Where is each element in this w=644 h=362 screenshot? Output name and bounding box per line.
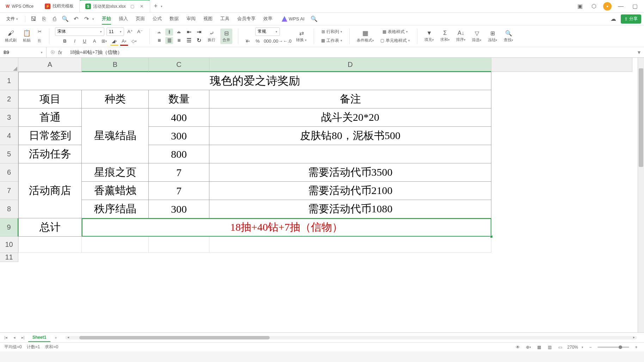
fx-icon[interactable]: fx — [58, 50, 62, 55]
cond-format-button[interactable]: ▦ 条件格式▾ — [355, 29, 375, 44]
qat-chevron-icon[interactable]: ▾ — [92, 17, 94, 21]
decimal-increase-icon[interactable]: .00→ — [274, 37, 281, 45]
font-size-select[interactable]: 11▾ — [106, 27, 124, 36]
cell[interactable]: 项目 — [18, 90, 82, 108]
col-header-d[interactable]: D — [209, 58, 491, 72]
cell[interactable]: 7 — [149, 182, 209, 200]
cell-style-button[interactable]: ▢单元格样式▾ — [379, 37, 411, 44]
italic-button[interactable]: I — [71, 37, 79, 45]
indent-decrease-icon[interactable]: ⇤ — [185, 29, 193, 36]
formula-input[interactable]: 18抽+40钻+7抽（信物） — [66, 49, 634, 56]
thousand-sep-icon[interactable]: 000 — [264, 37, 271, 45]
row-header[interactable]: 5 — [0, 145, 18, 163]
tab-menu-chevron-icon[interactable]: ▾ — [161, 5, 162, 8]
scrollbar-thumb[interactable] — [639, 68, 643, 167]
cell[interactable]: 总计 — [18, 218, 82, 237]
cell[interactable]: 秩序结晶 — [82, 200, 149, 218]
target-icon[interactable]: ⊕▾ — [525, 344, 532, 351]
row-header[interactable]: 8 — [0, 200, 18, 218]
zoom-lens-icon[interactable]: ⦾ — [51, 49, 55, 55]
close-icon[interactable]: ✕ — [139, 4, 144, 9]
cell[interactable]: 400 — [149, 108, 209, 127]
row-header[interactable]: 10 — [0, 237, 18, 253]
tab-page[interactable]: 页面 — [136, 13, 145, 25]
sheet-tab-active[interactable]: Sheet1 — [28, 333, 50, 342]
save-icon[interactable]: 🖫 — [29, 14, 38, 24]
view-reading-icon[interactable]: ▭ — [557, 344, 564, 351]
view-pagebreak-icon[interactable]: ▥ — [546, 344, 553, 351]
col-header-c[interactable]: C — [149, 58, 209, 72]
select-all-corner[interactable] — [0, 58, 18, 72]
tab-view[interactable]: 视图 — [203, 13, 213, 25]
scroll-left-icon[interactable]: ◂ — [67, 335, 69, 339]
avatar[interactable]: ● — [603, 2, 612, 11]
row-header[interactable]: 3 — [0, 108, 18, 127]
search-icon[interactable]: 🔍 — [309, 14, 319, 24]
maximize-icon[interactable]: ▢ — [630, 1, 640, 11]
decimal-decrease-icon[interactable]: ←.0 — [283, 37, 291, 45]
tab-efficiency[interactable]: 效率 — [263, 13, 272, 25]
export-icon[interactable]: ⎘ — [39, 14, 49, 24]
preview-icon[interactable]: 🔍 — [61, 14, 70, 24]
col-header-e[interactable] — [491, 58, 632, 72]
share-button[interactable]: ⇪ 分享 — [621, 14, 641, 24]
print-icon[interactable]: ⎙ — [50, 14, 59, 24]
sort-button[interactable]: A↓排序▾ — [455, 29, 467, 43]
cloud-icon[interactable]: ☁ — [609, 14, 618, 24]
tab-active-file[interactable]: S 活动奖励xlsx.xlsx ▢ ✕ — [79, 0, 150, 12]
align-middle-icon[interactable]: ⫲ — [165, 29, 173, 36]
cell[interactable]: 战斗关20*20 — [209, 108, 491, 127]
wrap-button[interactable]: ⤶ 换行 — [206, 29, 217, 43]
tab-member[interactable]: 会员专享 — [237, 13, 256, 25]
convert-button[interactable]: ⇄ 转换 ▾ — [295, 29, 308, 43]
minimize-icon[interactable]: — — [616, 1, 626, 11]
font-color-button[interactable]: A▾ — [120, 37, 128, 45]
cell[interactable]: 300 — [149, 200, 209, 218]
cell[interactable] — [209, 237, 491, 253]
indent-increase-icon[interactable]: ⇥ — [195, 29, 203, 36]
zoom-in-icon[interactable]: + — [633, 344, 640, 351]
sheet-nav-first-icon[interactable]: |◂ — [3, 335, 9, 341]
align-left-icon[interactable]: ≡ — [155, 37, 163, 44]
cell[interactable]: 7 — [149, 163, 209, 182]
col-header-b[interactable]: B — [82, 58, 149, 72]
expand-formulabar-icon[interactable]: ▾ — [634, 49, 644, 56]
tab-pin-icon[interactable]: ▢ — [130, 4, 135, 9]
chevron-down-icon[interactable]: ▾ — [582, 345, 583, 349]
clear-format-button[interactable]: ◇▾ — [130, 37, 138, 45]
cell[interactable]: 首通 — [18, 108, 82, 127]
window-snap-icon[interactable]: ▣ — [575, 1, 585, 11]
cell[interactable]: 800 — [149, 145, 209, 163]
font-increase-icon[interactable]: A⁺ — [126, 28, 134, 36]
cell-title[interactable]: 瑰色的爱之诗奖励 — [18, 72, 491, 90]
eye-icon[interactable]: 👁 — [514, 344, 521, 351]
tab-tools[interactable]: 工具 — [220, 13, 229, 25]
tab-templates[interactable]: ⚡ 找稻壳模板 — [39, 0, 79, 13]
undo-icon[interactable]: ↶ — [71, 14, 80, 24]
cut-icon[interactable]: ✂ — [36, 28, 43, 36]
row-header[interactable]: 7 — [0, 182, 18, 200]
sheet-nav-prev-icon[interactable]: ◂ — [11, 335, 18, 341]
align-center-icon[interactable]: ≣ — [165, 37, 173, 44]
border-button[interactable]: ⊞▾ — [100, 37, 108, 45]
cell[interactable]: 备注 — [209, 90, 491, 108]
align-justify-icon[interactable]: ☰ — [185, 37, 193, 44]
fill-color-button[interactable]: ◢▾ — [110, 37, 118, 45]
worksheet-button[interactable]: ▦工作表▾ — [320, 37, 344, 44]
find-button[interactable]: 🔍查找▾ — [502, 29, 515, 43]
cell[interactable]: 需要活动代币1080 — [209, 200, 491, 218]
cell[interactable]: 日常签到 — [18, 127, 82, 145]
align-right-icon[interactable]: ≡ — [175, 37, 183, 44]
tab-insert[interactable]: 插入 — [119, 13, 128, 25]
scroll-right-icon[interactable]: ▸ — [633, 335, 635, 339]
cell-total[interactable]: 18抽+40钻+7抽（信物） — [82, 218, 491, 237]
row-header[interactable]: 4 — [0, 127, 18, 145]
cell[interactable]: 需要活动代币3500 — [209, 163, 491, 182]
vertical-scrollbar[interactable] — [638, 58, 644, 332]
tab-review[interactable]: 审阅 — [186, 13, 196, 25]
font-decrease-icon[interactable]: A⁻ — [136, 28, 144, 36]
view-normal-icon[interactable]: ▦ — [535, 344, 542, 351]
percent-icon[interactable]: % — [254, 37, 262, 45]
cell[interactable] — [82, 237, 149, 253]
underline-button[interactable]: U — [81, 37, 88, 45]
